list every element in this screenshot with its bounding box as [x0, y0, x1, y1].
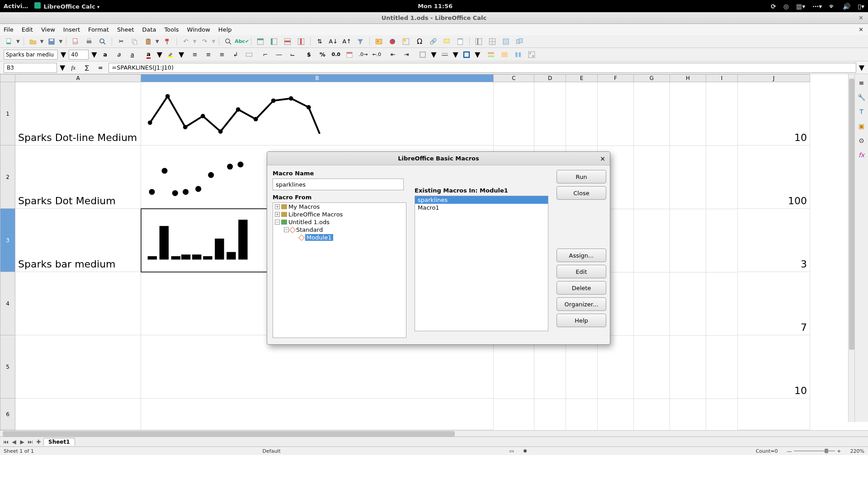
function-icon[interactable]: = [95, 62, 106, 73]
delete-column-icon[interactable] [296, 36, 307, 47]
increase-indent-icon[interactable]: ⇥ [401, 49, 412, 60]
autofilter-icon[interactable] [355, 36, 366, 47]
split-icon[interactable] [487, 36, 498, 47]
clock[interactable]: Mon 11:56 [99, 3, 771, 9]
cond-format-1-icon[interactable] [486, 49, 496, 60]
undo-dropdown-icon[interactable]: ▼ [193, 39, 197, 44]
align-vcenter-icon[interactable]: ― [274, 49, 284, 60]
cell-J2[interactable]: 100 [738, 145, 810, 209]
italic-icon[interactable]: a [113, 49, 124, 60]
cell-A6[interactable] [15, 399, 141, 430]
sidebar-settings-icon[interactable]: ≡ [857, 78, 867, 88]
menu-tools[interactable]: Tools [165, 26, 179, 33]
tab-sheet1[interactable]: Sheet1 [43, 438, 75, 446]
redo-icon[interactable]: ↷ [199, 36, 210, 47]
close-document-button[interactable]: ✕ [859, 26, 863, 33]
add-decimal-icon[interactable]: .0→ [358, 49, 368, 60]
borders-icon[interactable] [417, 49, 428, 60]
col-header-A[interactable]: A [15, 74, 141, 82]
menu-insert[interactable]: Insert [63, 26, 80, 33]
col-H-cells[interactable] [670, 82, 706, 430]
new-icon[interactable] [4, 36, 14, 47]
window1-icon[interactable] [500, 36, 511, 47]
run-button[interactable]: Run [557, 170, 606, 183]
cell-B1[interactable] [141, 82, 494, 145]
sidebar-functions-icon[interactable]: fx [857, 150, 867, 160]
window2-icon[interactable] [514, 36, 525, 47]
align-top-icon[interactable]: ⌐ [260, 49, 271, 60]
cond-format-2-icon[interactable] [499, 49, 510, 60]
formula-expand-icon[interactable]: ▼ [859, 63, 864, 72]
menu-sheet[interactable]: Sheet [117, 26, 134, 33]
more-icon[interactable]: ⋯▾ [812, 3, 822, 10]
horizontal-scrollbar[interactable] [0, 430, 868, 436]
close-button[interactable]: Close [557, 186, 606, 200]
comment-icon[interactable] [441, 36, 452, 47]
col-header-G[interactable]: G [634, 74, 670, 82]
cell-J4[interactable]: 7 [738, 272, 810, 335]
highlight-dropdown-icon[interactable]: ▼ [179, 50, 184, 59]
number-icon[interactable]: 0.0 [330, 49, 341, 60]
function-wizard-icon[interactable]: fx [68, 62, 79, 73]
cell-A2[interactable]: Sparks Dot Medium [15, 145, 141, 209]
col-header-D[interactable]: D [534, 74, 566, 82]
dialog-titlebar[interactable]: LibreOffice Basic Macros × [267, 152, 610, 165]
cond-format-3-icon[interactable] [513, 49, 524, 60]
row-header-3[interactable]: 3 [0, 209, 15, 272]
col-header-I[interactable]: I [706, 74, 738, 82]
percent-icon[interactable]: % [317, 49, 328, 60]
cell-J6[interactable] [738, 399, 810, 430]
delete-row-icon[interactable] [282, 36, 293, 47]
font-size-input[interactable] [69, 50, 89, 60]
formula-input[interactable] [108, 63, 856, 73]
save-icon[interactable] [46, 36, 57, 47]
menu-format[interactable]: Format [88, 26, 109, 33]
sidebar-navigator-icon[interactable]: ⊙ [857, 136, 867, 145]
row-header-6[interactable]: 6 [0, 399, 15, 430]
accessibility-icon[interactable]: ⟳ [771, 3, 776, 10]
merge-icon[interactable] [244, 49, 255, 60]
underline-icon[interactable]: a [127, 49, 138, 60]
existing-macros-list[interactable]: sparklines Macro1 [415, 196, 548, 331]
cell-A1[interactable]: Sparks Dot-line Medium [15, 82, 141, 145]
delete-button[interactable]: Delete [557, 281, 606, 295]
tab-add-icon[interactable]: ✚ [35, 439, 42, 445]
tab-next-icon[interactable]: ▶ [19, 439, 25, 445]
status-count[interactable]: Count=0 [756, 448, 778, 454]
borders-dropdown-icon[interactable]: ▼ [431, 50, 436, 59]
col-header-C[interactable]: C [494, 74, 534, 82]
chart-icon[interactable] [387, 36, 398, 47]
wrap-text-icon[interactable]: ↲ [230, 49, 241, 60]
font-color-dropdown-icon[interactable]: ▼ [157, 50, 162, 59]
wifi-icon[interactable]: ᯤ [829, 3, 835, 10]
sidebar-gallery-icon[interactable]: ▣ [857, 121, 867, 131]
menu-help[interactable]: Help [218, 26, 232, 33]
col-header-J[interactable]: J [738, 74, 810, 82]
dialog-close-button[interactable]: × [600, 155, 605, 162]
redo-dropdown-icon[interactable]: ▼ [212, 39, 216, 44]
align-bottom-icon[interactable]: ⌙ [287, 49, 298, 60]
sort-icon[interactable]: ⇅ [314, 36, 325, 47]
print-preview-icon[interactable] [97, 36, 108, 47]
font-name-dropdown-icon[interactable]: ▼ [61, 50, 66, 59]
row-header-2[interactable]: 2 [0, 145, 15, 209]
tab-prev-icon[interactable]: ◀ [11, 439, 17, 445]
col-header-E[interactable]: E [566, 74, 598, 82]
help-button[interactable]: Help [557, 314, 606, 327]
sort-asc-icon[interactable]: A↓ [328, 36, 339, 47]
row-icon[interactable] [255, 36, 266, 47]
power-icon[interactable]: ▯▾ [858, 3, 864, 10]
border-color-dropdown-icon[interactable]: ▼ [475, 50, 480, 59]
hyperlink-icon[interactable]: 🔗 [428, 36, 439, 47]
macro-from-tree[interactable]: +My Macros +LibreOffice Macros −Untitled… [273, 202, 406, 338]
col-header-F[interactable]: F [598, 74, 634, 82]
col-header-H[interactable]: H [670, 74, 706, 82]
export-pdf-icon[interactable]: PDF [70, 36, 81, 47]
locale-icon[interactable]: ◎ [783, 3, 789, 10]
macro-item-macro1[interactable]: Macro1 [415, 204, 548, 211]
window-close-button[interactable]: ✕ [859, 14, 863, 21]
menu-view[interactable]: View [41, 26, 55, 33]
sort-desc-icon[interactable]: A↑ [341, 36, 352, 47]
row-header-4[interactable]: 4 [0, 272, 15, 335]
assign-button[interactable]: Assign... [557, 249, 606, 262]
